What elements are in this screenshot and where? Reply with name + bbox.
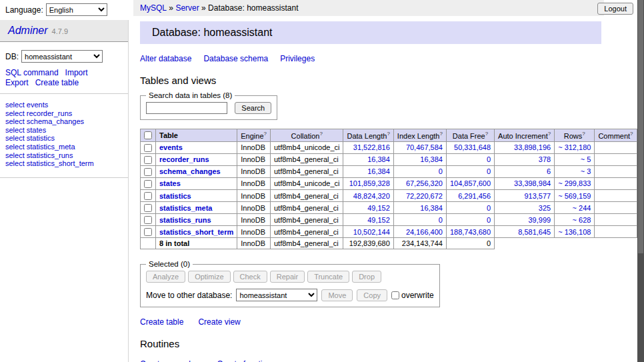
data-length-link-recorder_runs[interactable]: 16,384 [367, 155, 390, 163]
sidebar-item-select-statistics[interactable]: select statistics [5, 134, 55, 142]
data-free-link-statistics_meta[interactable]: 0 [487, 204, 491, 212]
sql-command-link[interactable]: SQL command [5, 68, 59, 77]
breadcrumb-mysql-link[interactable]: MySQL [140, 3, 167, 13]
help-link-index-length[interactable]: ? [439, 131, 442, 137]
index-length-link-states[interactable]: 67,256,320 [406, 179, 443, 187]
table-link-states[interactable]: states [159, 179, 181, 187]
drop-button[interactable]: Drop [352, 271, 381, 283]
repair-button[interactable]: Repair [270, 271, 305, 283]
data-length-link-events[interactable]: 31,522,816 [353, 143, 390, 151]
table-link-events[interactable]: events [159, 143, 183, 151]
sidebar-item-select-states[interactable]: select states [5, 126, 46, 134]
alter-database-link[interactable]: Alter database [140, 54, 191, 63]
sidebar-item-select-recorder_runs[interactable]: select recorder_runs [5, 109, 72, 117]
data-length-link-schema_changes[interactable]: 16,384 [367, 167, 390, 175]
db-select[interactable]: homeassistant [21, 50, 103, 63]
help-link-engine[interactable]: ? [264, 131, 267, 137]
scrollbar-thumb[interactable] [638, 0, 643, 253]
export-link[interactable]: Export [5, 78, 29, 87]
table-link-statistics_meta[interactable]: statistics_meta [159, 204, 213, 212]
check-button[interactable]: Check [233, 271, 267, 283]
help-link-data-free[interactable]: ? [485, 131, 488, 137]
select-all-checkbox[interactable] [144, 131, 152, 139]
index-length-link-schema_changes[interactable]: 0 [439, 167, 443, 175]
move-button[interactable]: Move [321, 289, 353, 301]
create-view-link[interactable]: Create view [198, 317, 240, 327]
data-free-link-statistics_runs[interactable]: 0 [487, 216, 491, 224]
index-length-link-statistics_runs[interactable]: 0 [439, 216, 443, 224]
sidebar-item-select-statistics_runs[interactable]: select statistics_runs [5, 151, 73, 159]
create-table-link[interactable]: Create table [35, 78, 79, 87]
analyze-button[interactable]: Analyze [146, 271, 185, 283]
help-link-collation[interactable]: ? [319, 131, 322, 137]
rows-link-statistics[interactable]: ~ 569,159 [558, 192, 591, 200]
create-function-link[interactable]: Create function [217, 359, 271, 362]
data-length-link-states[interactable]: 101,859,328 [349, 179, 390, 187]
optimize-button[interactable]: Optimize [188, 271, 230, 283]
auto-increment-link-statistics_runs[interactable]: 39,999 [529, 216, 551, 224]
data-length-link-statistics_meta[interactable]: 49,152 [367, 204, 390, 212]
row-checkbox-recorder_runs[interactable] [144, 156, 152, 164]
index-length-link-statistics_meta[interactable]: 16,384 [420, 204, 443, 212]
sidebar-item-select-statistics_meta[interactable]: select statistics_meta [5, 143, 75, 151]
row-checkbox-schema_changes[interactable] [144, 168, 152, 176]
table-link-schema_changes[interactable]: schema_changes [159, 167, 221, 175]
auto-increment-link-schema_changes[interactable]: 6 [547, 167, 551, 175]
move-database-select[interactable]: homeassistant [236, 289, 317, 301]
rows-link-statistics_short_term[interactable]: ~ 136,108 [558, 228, 591, 236]
vertical-scrollbar[interactable] [637, 0, 644, 362]
rows-link-recorder_runs[interactable]: ~ 5 [581, 155, 591, 163]
auto-increment-link-statistics_meta[interactable]: 325 [539, 204, 551, 212]
data-length-link-statistics[interactable]: 48,824,320 [353, 192, 390, 200]
truncate-button[interactable]: Truncate [307, 271, 349, 283]
rows-link-statistics_meta[interactable]: ~ 244 [573, 204, 591, 212]
row-checkbox-statistics[interactable] [144, 192, 152, 200]
table-link-statistics[interactable]: statistics [159, 192, 191, 200]
auto-increment-link-statistics_short_term[interactable]: 8,581,645 [518, 228, 551, 236]
auto-increment-link-events[interactable]: 33,898,196 [514, 143, 551, 151]
data-free-link-statistics[interactable]: 6,291,456 [458, 192, 491, 200]
help-link-data-length[interactable]: ? [387, 131, 389, 137]
sidebar-item-select-events[interactable]: select events [5, 101, 48, 109]
help-link-auto-increment[interactable]: ? [548, 131, 551, 137]
row-checkbox-statistics_meta[interactable] [144, 204, 152, 212]
rows-link-states[interactable]: ~ 299,833 [558, 179, 591, 187]
import-link[interactable]: Import [65, 68, 88, 77]
sidebar-item-select-statistics_short_term[interactable]: select statistics_short_term [5, 159, 94, 167]
app-name-link[interactable]: Adminer [8, 25, 48, 36]
data-length-link-statistics_short_term[interactable]: 10,502,144 [353, 228, 390, 236]
data-free-link-recorder_runs[interactable]: 0 [487, 155, 491, 163]
logout-button[interactable]: Logout [597, 3, 633, 15]
search-button[interactable]: Search [235, 102, 271, 114]
auto-increment-link-states[interactable]: 33,398,984 [514, 179, 551, 187]
auto-increment-link-statistics[interactable]: 913,577 [524, 192, 551, 200]
auto-increment-link-recorder_runs[interactable]: 378 [539, 155, 551, 163]
data-length-link-statistics_runs[interactable]: 49,152 [367, 216, 390, 224]
table-link-statistics_short_term[interactable]: statistics_short_term [159, 228, 233, 236]
index-length-link-statistics_short_term[interactable]: 24,166,400 [406, 228, 443, 236]
privileges-link[interactable]: Privileges [280, 54, 315, 63]
help-link-rows[interactable]: ? [582, 131, 585, 137]
database-schema-link[interactable]: Database schema [203, 54, 268, 63]
data-free-link-states[interactable]: 104,857,600 [450, 179, 491, 187]
language-select[interactable]: English [46, 3, 107, 16]
data-free-link-schema_changes[interactable]: 0 [487, 167, 491, 175]
overwrite-checkbox[interactable] [391, 291, 399, 299]
breadcrumb-server-link[interactable]: Server [175, 3, 199, 13]
sidebar-item-select-schema_changes[interactable]: select schema_changes [5, 117, 84, 125]
table-link-statistics_runs[interactable]: statistics_runs [159, 216, 211, 224]
copy-button[interactable]: Copy [357, 289, 387, 301]
data-free-link-events[interactable]: 50,331,648 [454, 143, 491, 151]
help-link-comment[interactable]: ? [630, 131, 633, 137]
table-link-recorder_runs[interactable]: recorder_runs [159, 155, 209, 163]
data-free-link-statistics_short_term[interactable]: 188,743,680 [450, 228, 491, 236]
create-procedure-link[interactable]: Create procedure [140, 359, 202, 362]
create-table-link-main[interactable]: Create table [140, 317, 183, 327]
rows-link-schema_changes[interactable]: ~ 3 [581, 167, 591, 175]
index-length-link-recorder_runs[interactable]: 16,384 [420, 155, 443, 163]
row-checkbox-states[interactable] [144, 180, 152, 188]
index-length-link-events[interactable]: 70,467,584 [406, 143, 443, 151]
row-checkbox-statistics_runs[interactable] [144, 216, 152, 224]
index-length-link-statistics[interactable]: 72,220,672 [406, 192, 443, 200]
row-checkbox-statistics_short_term[interactable] [144, 228, 152, 236]
